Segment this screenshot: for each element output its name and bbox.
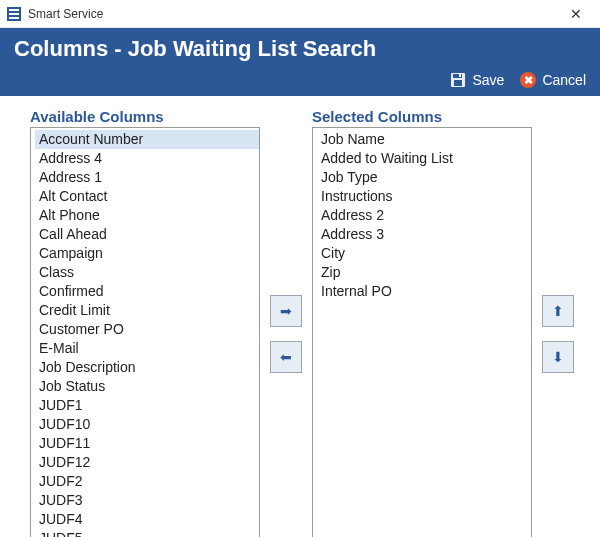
list-item[interactable]: Zip xyxy=(317,263,531,282)
list-item[interactable]: Account Number xyxy=(35,130,259,149)
arrow-right-icon: ➡ xyxy=(280,304,292,318)
arrow-down-icon: ⬇ xyxy=(552,350,564,364)
list-item[interactable]: Job Description xyxy=(35,358,259,377)
list-item[interactable]: Job Status xyxy=(35,377,259,396)
add-button[interactable]: ➡ xyxy=(270,295,302,327)
selected-column: Selected Columns Job NameAdded to Waitin… xyxy=(312,108,532,537)
save-icon xyxy=(450,72,466,88)
list-item[interactable]: Customer PO xyxy=(35,320,259,339)
list-item[interactable]: Campaign xyxy=(35,244,259,263)
arrow-up-icon: ⬆ xyxy=(552,304,564,318)
list-item[interactable]: Address 1 xyxy=(35,168,259,187)
available-heading: Available Columns xyxy=(30,108,260,125)
list-item[interactable]: Confirmed xyxy=(35,282,259,301)
window-title: Smart Service xyxy=(28,7,103,21)
remove-button[interactable]: ⬅ xyxy=(270,341,302,373)
cancel-icon: ✖ xyxy=(520,72,536,88)
list-item[interactable]: Alt Phone xyxy=(35,206,259,225)
reorder-buttons: ⬆ ⬇ xyxy=(542,108,574,537)
content: Available Columns Account NumberAddress … xyxy=(0,96,600,537)
list-item[interactable]: Internal PO xyxy=(317,282,531,301)
header: Columns - Job Waiting List Search xyxy=(0,28,600,68)
close-icon: ✕ xyxy=(570,6,582,22)
list-item[interactable]: Instructions xyxy=(317,187,531,206)
svg-rect-1 xyxy=(9,9,19,11)
selected-heading: Selected Columns xyxy=(312,108,532,125)
list-item[interactable]: JUDF3 xyxy=(35,491,259,510)
list-item[interactable]: JUDF1 xyxy=(35,396,259,415)
page-title: Columns - Job Waiting List Search xyxy=(14,36,586,62)
arrow-left-icon: ⬅ xyxy=(280,350,292,364)
toolbar: Save ✖ Cancel xyxy=(0,68,600,96)
available-listbox[interactable]: Account NumberAddress 4Address 1Alt Cont… xyxy=(30,127,260,537)
svg-rect-3 xyxy=(9,17,19,19)
app-icon xyxy=(6,6,22,22)
list-item[interactable]: Credit Limit xyxy=(35,301,259,320)
cancel-label: Cancel xyxy=(542,72,586,88)
list-item[interactable]: Job Type xyxy=(317,168,531,187)
cancel-button[interactable]: ✖ Cancel xyxy=(520,72,586,88)
list-item[interactable]: JUDF11 xyxy=(35,434,259,453)
list-item[interactable]: JUDF5 xyxy=(35,529,259,537)
available-column: Available Columns Account NumberAddress … xyxy=(30,108,260,537)
list-item[interactable]: City xyxy=(317,244,531,263)
list-item[interactable]: JUDF12 xyxy=(35,453,259,472)
svg-rect-2 xyxy=(9,13,19,15)
list-item[interactable]: Class xyxy=(35,263,259,282)
list-item[interactable]: JUDF10 xyxy=(35,415,259,434)
move-buttons: ➡ ⬅ xyxy=(270,108,302,537)
svg-rect-7 xyxy=(459,74,461,77)
list-item[interactable]: Address 3 xyxy=(317,225,531,244)
move-up-button[interactable]: ⬆ xyxy=(542,295,574,327)
list-item[interactable]: JUDF2 xyxy=(35,472,259,491)
list-item[interactable]: Address 4 xyxy=(35,149,259,168)
save-label: Save xyxy=(472,72,504,88)
list-item[interactable]: JUDF4 xyxy=(35,510,259,529)
save-button[interactable]: Save xyxy=(450,72,504,88)
selected-listbox[interactable]: Job NameAdded to Waiting ListJob TypeIns… xyxy=(312,127,532,537)
list-item[interactable]: Added to Waiting List xyxy=(317,149,531,168)
titlebar: Smart Service ✕ xyxy=(0,0,600,28)
list-item[interactable]: Alt Contact xyxy=(35,187,259,206)
close-button[interactable]: ✕ xyxy=(558,0,594,28)
list-item[interactable]: E-Mail xyxy=(35,339,259,358)
svg-rect-6 xyxy=(454,80,462,86)
move-down-button[interactable]: ⬇ xyxy=(542,341,574,373)
list-item[interactable]: Call Ahead xyxy=(35,225,259,244)
list-item[interactable]: Address 2 xyxy=(317,206,531,225)
list-item[interactable]: Job Name xyxy=(317,130,531,149)
